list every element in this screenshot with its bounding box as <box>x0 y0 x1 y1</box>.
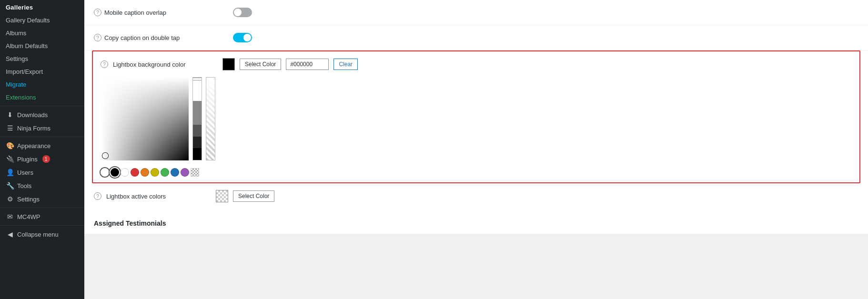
sidebar-divider-4 <box>0 225 84 226</box>
plugins-badge: 1 <box>42 155 50 163</box>
copy-caption-knob <box>243 34 251 41</box>
assigned-testimonials-label: Assigned Testimonials <box>94 219 166 227</box>
lightbox-bg-hex-input[interactable] <box>286 59 329 70</box>
lightbox-bg-color-row: ? Lightbox background color Select Color… <box>93 51 859 77</box>
sidebar-item-users[interactable]: 👤 Users <box>0 166 84 179</box>
swatch-yellow[interactable] <box>151 168 159 177</box>
lightbox-bg-help-icon[interactable]: ? <box>101 60 108 68</box>
sidebar-item-albums[interactable]: Albums <box>0 27 84 40</box>
hue-segment-gray <box>193 101 202 113</box>
copy-caption-text: Copy caption on double tap <box>104 34 180 41</box>
sidebar-divider-2 <box>0 137 84 137</box>
copy-caption-label: ? Copy caption on double tap <box>94 34 227 41</box>
collapse-icon: ◀ <box>6 230 14 238</box>
sidebar-item-mc4wp[interactable]: ✉ MC4WP <box>0 210 84 223</box>
swatch-blue[interactable] <box>171 168 179 177</box>
lightbox-active-swatch[interactable] <box>216 190 228 202</box>
lightbox-bg-select-color-button[interactable]: Select Color <box>240 59 281 70</box>
plugins-icon: 🔌 <box>6 155 14 163</box>
swatch-black[interactable] <box>111 168 119 177</box>
lightbox-active-label: Lightbox active colors <box>106 193 211 200</box>
sidebar-item-settings-main[interactable]: ⚙ Settings <box>0 192 84 206</box>
copy-caption-toggle[interactable] <box>233 33 252 42</box>
swatch-green[interactable] <box>161 168 169 177</box>
hue-segment-black <box>193 148 202 160</box>
mobile-caption-help-icon[interactable]: ? <box>94 9 101 16</box>
mc4wp-label: MC4WP <box>17 213 40 220</box>
sidebar-item-settings[interactable]: Settings <box>0 52 84 65</box>
sidebar-item-album-defaults[interactable]: Album Defaults <box>0 40 84 52</box>
mobile-caption-toggle[interactable] <box>233 8 252 17</box>
sidebar-item-extensions[interactable]: Extensions <box>0 91 84 104</box>
picker-crosshair[interactable] <box>101 168 109 177</box>
hue-indicator <box>192 78 202 80</box>
sidebar-divider-1 <box>0 106 84 106</box>
swatch-strip-row <box>93 168 859 182</box>
content-area: ? Mobile caption overlap ? Copy caption … <box>84 0 868 234</box>
color-gradient-picker[interactable] <box>101 77 189 160</box>
sidebar-item-gallery-defaults[interactable]: Gallery Defaults <box>0 14 84 27</box>
mc4wp-icon: ✉ <box>6 213 14 220</box>
album-defaults-label: Album Defaults <box>6 42 48 50</box>
hue-segment-verydark <box>193 137 202 149</box>
extensions-label: Extensions <box>6 94 36 101</box>
lightbox-bg-swatch[interactable] <box>222 58 235 70</box>
import-export-label: Import/Export <box>6 68 43 75</box>
ninja-forms-icon: ☰ <box>6 124 14 132</box>
sidebar-item-import-export[interactable]: Import/Export <box>0 65 84 78</box>
sidebar-divider-3 <box>0 208 84 208</box>
collapse-label: Collapse menu <box>17 231 59 238</box>
sidebar-item-migrate[interactable]: Migrate <box>0 78 84 91</box>
mobile-caption-text: Mobile caption overlap <box>104 9 166 16</box>
sidebar-item-tools[interactable]: 🔧 Tools <box>0 179 84 192</box>
lightbox-active-select-color-button[interactable]: Select Color <box>233 190 274 202</box>
mobile-caption-overlap-row: ? Mobile caption overlap <box>84 0 868 25</box>
settings-main-icon: ⚙ <box>6 195 14 203</box>
hue-bar[interactable] <box>192 77 202 160</box>
swatch-orange[interactable] <box>141 168 149 177</box>
users-icon: 👤 <box>6 169 14 176</box>
lightbox-bg-color-section: ? Lightbox background color Select Color… <box>92 50 860 183</box>
hue-segment-gray2 <box>193 113 202 125</box>
sidebar-title: Galleries <box>0 0 84 14</box>
plugins-label: Plugins <box>17 156 38 163</box>
appearance-icon: 🎨 <box>6 142 14 150</box>
alpha-bar[interactable] <box>206 77 215 160</box>
tools-icon: 🔧 <box>6 182 14 189</box>
sidebar-item-plugins[interactable]: 🔌 Plugins 1 <box>0 152 84 166</box>
copy-caption-row: ? Copy caption on double tap <box>84 25 868 50</box>
downloads-label: Downloads <box>17 111 48 119</box>
mobile-caption-label: ? Mobile caption overlap <box>94 9 227 16</box>
main-content: ? Mobile caption overlap ? Copy caption … <box>84 0 868 299</box>
swatch-transparent[interactable] <box>191 168 199 177</box>
picker-cursor <box>102 153 108 159</box>
color-picker-widget <box>93 77 859 168</box>
users-label: Users <box>17 169 33 176</box>
alpha-col <box>206 77 215 160</box>
migrate-label: Migrate <box>6 81 26 88</box>
swatch-white[interactable] <box>121 168 129 177</box>
swatch-red[interactable] <box>131 168 139 177</box>
lightbox-active-colors-row: ? Lightbox active colors Select Color <box>84 183 868 209</box>
settings-main-label: Settings <box>17 196 40 203</box>
hue-segment-white2 <box>193 90 202 101</box>
copy-caption-help-icon[interactable]: ? <box>94 34 101 41</box>
assigned-testimonials-section: Assigned Testimonials <box>84 213 868 234</box>
sidebar-item-collapse[interactable]: ◀ Collapse menu <box>0 228 84 241</box>
gallery-defaults-label: Gallery Defaults <box>6 17 50 24</box>
sidebar-item-ninja-forms[interactable]: ☰ Ninja Forms <box>0 121 84 135</box>
hue-segment-darkgray <box>193 125 202 137</box>
settings-label: Settings <box>6 55 28 62</box>
swatch-purple[interactable] <box>181 168 189 177</box>
appearance-label: Appearance <box>17 142 50 150</box>
downloads-icon: ⬇ <box>6 111 14 119</box>
sidebar-item-downloads[interactable]: ⬇ Downloads <box>0 108 84 121</box>
albums-label: Albums <box>6 30 26 37</box>
ninja-forms-label: Ninja Forms <box>17 125 50 132</box>
lightbox-bg-clear-button[interactable]: Clear <box>333 59 358 70</box>
tools-label: Tools <box>17 182 31 189</box>
sidebar: Galleries Gallery Defaults Albums Album … <box>0 0 84 299</box>
lightbox-bg-label: Lightbox background color <box>113 61 218 68</box>
lightbox-active-help-icon[interactable]: ? <box>94 192 101 200</box>
sidebar-item-appearance[interactable]: 🎨 Appearance <box>0 139 84 152</box>
